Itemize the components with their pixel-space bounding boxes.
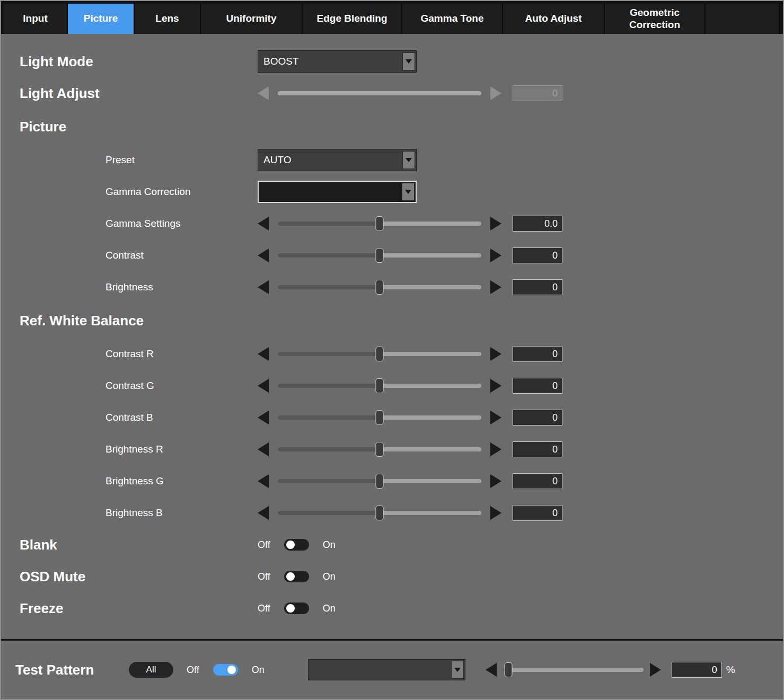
contrast-g-slider[interactable] — [278, 378, 481, 393]
slider-fill — [278, 447, 380, 451]
light-adjust-increment-button — [490, 86, 501, 100]
chevron-down-icon[interactable] — [402, 183, 415, 201]
brightness-r-slider[interactable] — [278, 442, 481, 457]
brightness-increment-button[interactable] — [490, 280, 501, 294]
contrast-value-input[interactable] — [513, 247, 562, 263]
brightness-slider[interactable] — [278, 280, 481, 295]
contrast-b-decrement-button[interactable] — [258, 411, 269, 424]
brightness-b-increment-button[interactable] — [490, 506, 501, 520]
osd-mute-label: OSD Mute — [1, 569, 258, 585]
chevron-down-icon[interactable] — [402, 151, 415, 169]
slider-knob[interactable] — [376, 410, 384, 425]
brightness-g-value-input[interactable] — [513, 473, 562, 489]
contrast-g-value-input[interactable] — [513, 378, 562, 394]
slider-knob[interactable] — [376, 506, 384, 520]
tab-input[interactable]: Input — [4, 4, 68, 34]
slider-track — [278, 91, 481, 95]
contrast-r-row: Contrast R — [1, 338, 783, 370]
tab-gamma-tone[interactable]: Gamma Tone — [402, 4, 503, 34]
picture-section-header-row: Picture — [1, 109, 783, 144]
contrast-g-increment-button[interactable] — [490, 379, 501, 393]
contrast-b-value-input[interactable] — [513, 410, 562, 426]
gamma-settings-decrement-button[interactable] — [258, 217, 269, 231]
contrast-r-increment-button[interactable] — [490, 347, 501, 361]
slider-knob[interactable] — [376, 216, 384, 231]
gamma-correction-select[interactable] — [258, 181, 417, 203]
slider-knob[interactable] — [376, 347, 384, 361]
brightness-value-input[interactable] — [513, 279, 562, 295]
light-adjust-label: Light Adjust — [1, 85, 258, 102]
brightness-g-increment-button[interactable] — [490, 474, 501, 488]
gamma-settings-increment-button[interactable] — [490, 217, 501, 231]
contrast-r-decrement-button[interactable] — [258, 347, 269, 361]
tab-lens[interactable]: Lens — [135, 4, 201, 34]
osd-mute-toggle[interactable] — [284, 571, 309, 582]
test-pattern-increment-button[interactable] — [650, 663, 661, 677]
slider-knob[interactable] — [505, 662, 513, 677]
gamma-settings-slider[interactable] — [278, 216, 481, 231]
chevron-down-icon[interactable] — [402, 52, 415, 70]
tab-auto-adjust[interactable]: Auto Adjust — [503, 4, 605, 34]
brightness-decrement-button[interactable] — [258, 280, 269, 294]
contrast-r-slider[interactable] — [278, 347, 481, 361]
light-mode-select[interactable]: BOOST — [258, 50, 417, 73]
contrast-slider[interactable] — [278, 248, 481, 263]
slider-track[interactable] — [503, 668, 644, 672]
freeze-label: Freeze — [1, 600, 258, 617]
projector-control-window: Input Picture Lens Uniformity Edge Blend… — [0, 0, 784, 700]
contrast-r-value-input[interactable] — [513, 346, 562, 362]
test-pattern-slider[interactable] — [503, 662, 644, 677]
slider-knob[interactable] — [376, 248, 384, 263]
slider-knob[interactable] — [376, 474, 384, 489]
test-pattern-on-label: On — [252, 664, 265, 676]
test-pattern-value-input[interactable] — [672, 662, 722, 678]
slider-fill — [278, 384, 380, 388]
slider-knob[interactable] — [376, 442, 384, 457]
blank-toggle[interactable] — [284, 539, 309, 551]
dropdown-arrow-icon — [405, 190, 411, 194]
contrast-b-increment-button[interactable] — [490, 411, 501, 424]
contrast-g-decrement-button[interactable] — [258, 379, 269, 393]
white-balance-section-header-row: Ref. White Balance — [1, 303, 783, 338]
chevron-down-icon[interactable] — [451, 661, 464, 679]
test-pattern-select[interactable] — [308, 659, 465, 680]
brightness-g-label: Brightness G — [1, 475, 258, 487]
brightness-r-value-input[interactable] — [513, 441, 562, 457]
preset-select[interactable]: AUTO — [258, 149, 417, 171]
slider-fill — [278, 415, 380, 420]
slider-knob[interactable] — [376, 378, 384, 393]
freeze-toggle[interactable] — [284, 602, 309, 614]
gamma-settings-value-input[interactable] — [513, 216, 562, 232]
slider-knob[interactable] — [376, 280, 384, 295]
brightness-r-increment-button[interactable] — [490, 442, 501, 456]
freeze-on-label: On — [323, 603, 336, 614]
slider-fill — [278, 285, 380, 289]
white-balance-section-title: Ref. White Balance — [1, 313, 258, 329]
light-adjust-row: Light Adjust — [1, 77, 783, 109]
slider-fill — [278, 511, 380, 515]
brightness-b-decrement-button[interactable] — [258, 506, 269, 520]
brightness-b-slider[interactable] — [278, 506, 481, 520]
test-pattern-all-button[interactable]: All — [129, 662, 173, 678]
brightness-g-slider[interactable] — [278, 474, 481, 489]
light-mode-selected-value: BOOST — [258, 56, 401, 67]
tab-geometric-correction[interactable]: Geometric Correction — [605, 4, 706, 34]
contrast-increment-button[interactable] — [490, 249, 501, 262]
light-adjust-slider — [278, 86, 481, 101]
brightness-b-value-input[interactable] — [513, 505, 562, 521]
brightness-r-decrement-button[interactable] — [258, 442, 269, 456]
contrast-b-slider[interactable] — [278, 410, 481, 425]
gamma-settings-row: Gamma Settings — [1, 208, 783, 240]
osd-mute-row: OSD Mute Off On — [1, 561, 783, 592]
tab-picture[interactable]: Picture — [68, 4, 135, 34]
test-pattern-decrement-button[interactable] — [486, 663, 497, 677]
contrast-r-label: Contrast R — [1, 348, 258, 360]
brightness-g-decrement-button[interactable] — [258, 474, 269, 488]
contrast-decrement-button[interactable] — [258, 249, 269, 262]
tab-uniformity[interactable]: Uniformity — [201, 4, 303, 34]
preset-label: Preset — [1, 154, 258, 166]
contrast-label: Contrast — [1, 250, 258, 261]
tab-edge-blending[interactable]: Edge Blending — [303, 4, 402, 34]
test-pattern-toggle[interactable] — [213, 664, 238, 676]
tab-empty — [706, 4, 780, 34]
